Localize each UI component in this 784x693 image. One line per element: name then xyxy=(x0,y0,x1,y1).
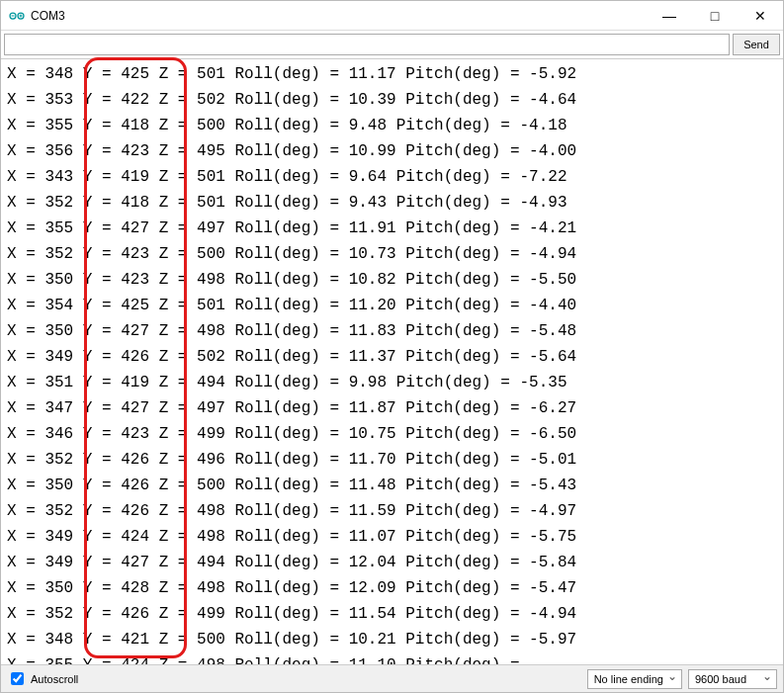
close-button[interactable]: ✕ xyxy=(738,1,783,30)
minimize-button[interactable]: — xyxy=(647,1,692,30)
autoscroll-label: Autoscroll xyxy=(31,673,78,685)
titlebar: COM3 — □ ✕ xyxy=(1,1,783,31)
window-title: COM3 xyxy=(31,9,647,23)
send-button[interactable]: Send xyxy=(733,34,780,55)
autoscroll-toggle[interactable]: Autoscroll xyxy=(7,669,581,688)
autoscroll-checkbox[interactable] xyxy=(11,672,24,685)
maximize-button[interactable]: □ xyxy=(692,1,738,30)
baud-select[interactable]: 9600 baud xyxy=(688,669,777,689)
arduino-icon xyxy=(9,8,25,24)
terminal-area: X = 348 Y = 425 Z = 501 Roll(deg) = 11.1… xyxy=(1,59,783,664)
serial-output[interactable]: X = 348 Y = 425 Z = 501 Roll(deg) = 11.1… xyxy=(1,59,783,664)
serial-input[interactable] xyxy=(4,34,730,55)
serial-monitor-window: COM3 — □ ✕ Send X = 348 Y = 425 Z = 501 … xyxy=(0,0,784,693)
window-controls: — □ ✕ xyxy=(647,1,783,30)
bottom-bar: Autoscroll No line ending 9600 baud xyxy=(1,664,783,692)
line-ending-select[interactable]: No line ending xyxy=(587,669,682,689)
send-row: Send xyxy=(1,31,783,59)
